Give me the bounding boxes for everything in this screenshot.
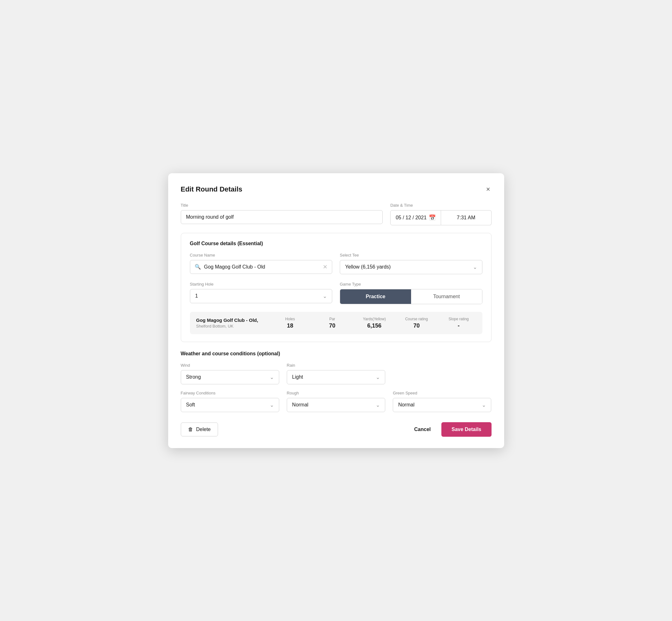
calendar-icon: 📅 (429, 214, 436, 221)
title-input[interactable] (181, 210, 383, 224)
slope-value: - (442, 323, 476, 329)
starting-hole-value: 1 (195, 293, 323, 299)
weather-section: Weather and course conditions (optional)… (181, 351, 492, 412)
yards-stat: Yards(Yellow) 6,156 (357, 317, 392, 329)
golf-section-title: Golf Course details (Essential) (190, 241, 482, 246)
par-value: 70 (315, 323, 349, 329)
rain-label: Rain (287, 363, 385, 368)
course-name-group: Course Name 🔍 Gog Magog Golf Club - Old … (190, 253, 333, 274)
chevron-down-icon: ⌄ (270, 402, 274, 408)
course-tee-row: Course Name 🔍 Gog Magog Golf Club - Old … (190, 253, 482, 274)
holes-value: 18 (273, 323, 307, 329)
search-icon: 🔍 (195, 264, 201, 270)
green-group: Green Speed Normal ⌄ (393, 391, 491, 412)
rain-value: Light (292, 374, 376, 380)
rough-value: Normal (292, 402, 376, 408)
wind-dropdown[interactable]: Strong ⌄ (181, 370, 279, 384)
yards-value: 6,156 (357, 323, 392, 329)
date-input[interactable]: 05 / 12 / 2021 📅 (390, 210, 441, 225)
date-time-wrapper: 05 / 12 / 2021 📅 7:31 AM (390, 210, 491, 225)
green-dropdown[interactable]: Normal ⌄ (393, 398, 491, 412)
time-value: 7:31 AM (457, 215, 475, 220)
save-button[interactable]: Save Details (442, 422, 491, 437)
rough-dropdown[interactable]: Normal ⌄ (287, 398, 385, 412)
modal-title: Edit Round Details (181, 185, 243, 194)
slope-rating-stat: Slope rating - (442, 317, 476, 329)
footer-right: Cancel Save Details (411, 422, 492, 437)
course-name-label: Course Name (190, 253, 333, 257)
tournament-button[interactable]: Tournament (411, 289, 482, 304)
rain-dropdown[interactable]: Light ⌄ (287, 370, 385, 384)
course-info-name: Gog Magog Golf Club - Old, Shelford Bott… (196, 318, 265, 329)
select-tee-value: Yellow (6,156 yards) (345, 264, 473, 270)
course-info-location: Shelford Bottom, UK (196, 324, 265, 329)
chevron-down-icon: ⌄ (482, 402, 486, 408)
date-value: 05 / 12 / 2021 (395, 215, 426, 220)
course-name-value: Gog Magog Golf Club - Old (204, 264, 320, 270)
cancel-button[interactable]: Cancel (411, 423, 434, 436)
title-group: Title (181, 203, 383, 225)
chevron-down-icon: ⌄ (376, 402, 380, 408)
chevron-down-icon: ⌄ (323, 293, 327, 299)
close-button[interactable]: × (485, 184, 492, 194)
title-date-row: Title Date & Time 05 / 12 / 2021 📅 7:31 … (181, 203, 492, 225)
wind-label: Wind (181, 363, 279, 368)
game-type-label: Game Type (340, 282, 482, 287)
holes-stat: Holes 18 (273, 317, 307, 329)
course-rating-stat: Course rating 70 (399, 317, 434, 329)
starting-hole-dropdown[interactable]: 1 ⌄ (190, 289, 333, 303)
holes-label: Holes (273, 317, 307, 321)
fairway-dropdown[interactable]: Soft ⌄ (181, 398, 279, 412)
green-value: Normal (398, 402, 482, 408)
fairway-label: Fairway Conditions (181, 391, 279, 396)
fairway-value: Soft (186, 402, 270, 408)
wind-group: Wind Strong ⌄ (181, 363, 279, 384)
course-name-search[interactable]: 🔍 Gog Magog Golf Club - Old ✕ (190, 260, 333, 274)
practice-button[interactable]: Practice (340, 289, 411, 304)
hole-gametype-row: Starting Hole 1 ⌄ Game Type Practice Tou… (190, 282, 482, 304)
par-stat: Par 70 (315, 317, 349, 329)
datetime-group: Date & Time 05 / 12 / 2021 📅 7:31 AM (390, 203, 491, 225)
select-tee-label: Select Tee (340, 253, 482, 257)
wind-value: Strong (186, 374, 270, 380)
delete-label: Delete (196, 427, 211, 432)
select-tee-group: Select Tee Yellow (6,156 yards) ⌄ (340, 253, 482, 274)
starting-hole-group: Starting Hole 1 ⌄ (190, 282, 333, 304)
fairway-group: Fairway Conditions Soft ⌄ (181, 391, 279, 412)
golf-course-section: Golf Course details (Essential) Course N… (181, 233, 492, 342)
green-label: Green Speed (393, 391, 491, 396)
game-type-toggle: Practice Tournament (340, 289, 482, 304)
trash-icon: 🗑 (188, 427, 193, 432)
rough-label: Rough (287, 391, 385, 396)
select-tee-dropdown[interactable]: Yellow (6,156 yards) ⌄ (340, 260, 482, 274)
datetime-label: Date & Time (390, 203, 491, 208)
starting-hole-label: Starting Hole (190, 282, 333, 287)
fairway-rough-green-row: Fairway Conditions Soft ⌄ Rough Normal ⌄… (181, 391, 492, 412)
weather-section-title: Weather and course conditions (optional) (181, 351, 492, 357)
course-rating-value: 70 (399, 323, 434, 329)
title-label: Title (181, 203, 383, 208)
delete-button[interactable]: 🗑 Delete (181, 422, 218, 437)
slope-label: Slope rating (442, 317, 476, 321)
chevron-down-icon: ⌄ (473, 264, 477, 270)
edit-round-modal: Edit Round Details × Title Date & Time 0… (168, 173, 504, 448)
yards-label: Yards(Yellow) (357, 317, 392, 321)
course-info-bold-name: Gog Magog Golf Club - Old, (196, 318, 265, 323)
chevron-down-icon: ⌄ (376, 374, 380, 380)
course-clear-button[interactable]: ✕ (323, 263, 328, 271)
time-input[interactable]: 7:31 AM (441, 210, 492, 225)
rain-group: Rain Light ⌄ (287, 363, 385, 384)
game-type-group: Game Type Practice Tournament (340, 282, 482, 304)
wind-rain-row: Wind Strong ⌄ Rain Light ⌄ (181, 363, 492, 384)
course-rating-label: Course rating (399, 317, 434, 321)
par-label: Par (315, 317, 349, 321)
chevron-down-icon: ⌄ (270, 374, 274, 380)
course-info-row: Gog Magog Golf Club - Old, Shelford Bott… (190, 312, 482, 334)
footer-row: 🗑 Delete Cancel Save Details (181, 422, 492, 437)
modal-header: Edit Round Details × (181, 184, 492, 194)
rough-group: Rough Normal ⌄ (287, 391, 385, 412)
